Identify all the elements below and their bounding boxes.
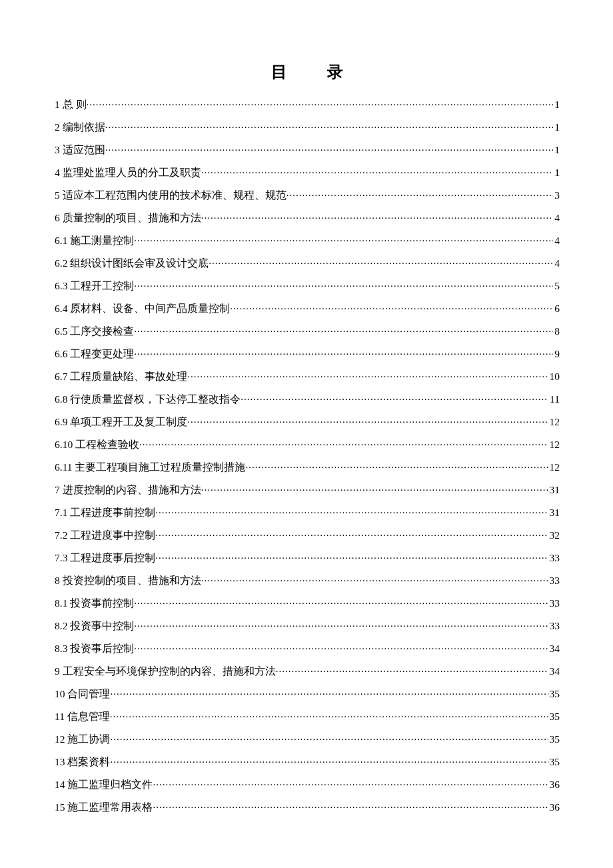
toc-entry: 7.1 工程进度事前控制31 (55, 505, 560, 517)
toc-dots (139, 437, 548, 448)
toc-entry-page: 4 (553, 213, 560, 223)
toc-entry-label: 5 适应本工程范围内使用的技术标准、规程、规范 (55, 190, 287, 201)
toc-entry-label: 7.2 工程进度事中控制 (55, 530, 155, 541)
toc-entry-page: 11 (548, 394, 560, 405)
toc-entry: 6.10 工程检查验收12 (55, 437, 560, 449)
toc-dots (87, 97, 554, 108)
toc-dots (134, 596, 548, 607)
toc-dots (287, 188, 554, 199)
toc-entry-page: 35 (548, 757, 560, 767)
toc-title: 目录 (55, 61, 560, 83)
document-page: 目录 1 总 则1 2 编制依据1 3 适应范围1 4 监理处监理人员的分工及职… (0, 0, 613, 812)
toc-entry-page: 34 (548, 643, 560, 654)
toc-entry: 1 总 则1 (55, 97, 560, 109)
toc-entry-label: 14 施工监理归档文件 (55, 779, 153, 790)
toc-list: 1 总 则1 2 编制依据1 3 适应范围1 4 监理处监理人员的分工及职责1 … (55, 97, 560, 812)
toc-entry-label: 6.5 工序交接检查 (55, 326, 134, 337)
toc-entry: 12 施工协调35 (55, 732, 560, 744)
toc-entry: 14 施工监理归档文件36 (55, 777, 560, 789)
toc-entry-page: 33 (548, 621, 560, 631)
toc-entry-label: 6.8 行使质量监督权，下达停工整改指令 (55, 394, 241, 405)
toc-dots (153, 800, 548, 811)
toc-dots (153, 777, 548, 788)
toc-entry: 6.4 原材料、设备、中间产品质量控制6 (55, 301, 560, 313)
toc-entry-label: 8.2 投资事中控制 (55, 621, 134, 631)
toc-entry: 8.2 投资事中控制33 (55, 619, 560, 631)
toc-dots (110, 687, 548, 697)
toc-dots (155, 528, 548, 539)
toc-entry: 10 合同管理35 (55, 687, 560, 699)
toc-dots (134, 324, 553, 335)
toc-entry-page: 34 (548, 666, 560, 677)
toc-entry: 6.6 工程变更处理9 (55, 347, 560, 359)
toc-entry: 4 监理处监理人员的分工及职责1 (55, 165, 560, 177)
toc-entry: 8.1 投资事前控制33 (55, 596, 560, 608)
toc-entry: 6.3 工程开工控制5 (55, 279, 560, 291)
toc-entry: 8.3 投资事后控制34 (55, 641, 560, 653)
toc-dots (201, 165, 554, 176)
toc-entry: 6.5 工序交接检查8 (55, 324, 560, 336)
toc-entry: 6.9 单项工程开工及复工制度12 (55, 415, 560, 427)
toc-dots (155, 505, 548, 516)
toc-entry: 6.8 行使质量监督权，下达停工整改指令11 (55, 392, 560, 404)
toc-entry-page: 35 (548, 711, 560, 722)
toc-entry-label: 8.1 投资事前控制 (55, 598, 134, 609)
toc-entry-page: 1 (553, 99, 560, 110)
toc-dots (134, 279, 553, 289)
toc-entry-page: 1 (553, 145, 560, 155)
toc-dots (241, 392, 548, 403)
toc-entry-label: 4 监理处监理人员的分工及职责 (55, 167, 201, 178)
toc-entry-page: 10 (548, 371, 560, 382)
toc-entry-page: 5 (553, 281, 560, 291)
toc-entry-label: 6.6 工程变更处理 (55, 349, 134, 359)
toc-entry-page: 4 (553, 258, 560, 269)
toc-entry: 15 施工监理常用表格36 (55, 800, 560, 812)
toc-dots (201, 483, 548, 493)
toc-entry-page: 12 (548, 439, 560, 450)
toc-entry: 6.1 施工测量控制4 (55, 233, 560, 245)
toc-dots (134, 347, 553, 357)
toc-dots (201, 573, 548, 584)
toc-entry: 6.7 工程质量缺陷、事故处理10 (55, 369, 560, 381)
toc-entry: 7 进度控制的内容、措施和方法31 (55, 483, 560, 495)
toc-entry-label: 15 施工监理常用表格 (55, 802, 153, 813)
toc-entry: 6.11 主要工程项目施工过程质量控制措施12 (55, 460, 560, 472)
toc-entry-label: 2 编制依据 (55, 122, 105, 133)
toc-entry-label: 3 适应范围 (55, 145, 105, 155)
toc-entry-label: 6.9 单项工程开工及复工制度 (55, 417, 187, 427)
toc-entry-label: 10 合同管理 (55, 689, 110, 699)
toc-dots (110, 709, 548, 720)
toc-entry-page: 6 (553, 303, 560, 314)
toc-entry-label: 6.4 原材料、设备、中间产品质量控制 (55, 303, 230, 314)
toc-dots (155, 551, 548, 561)
toc-dots (187, 369, 548, 380)
toc-entry-page: 8 (553, 326, 560, 337)
toc-entry: 7.3 工程进度事后控制33 (55, 551, 560, 563)
toc-entry-label: 9 工程安全与环境保护控制的内容、措施和方法 (55, 666, 276, 677)
toc-dots (276, 664, 548, 675)
toc-entry-label: 7.3 工程进度事后控制 (55, 553, 155, 563)
toc-dots (105, 143, 554, 153)
toc-entry-page: 1 (553, 167, 560, 178)
toc-entry-page: 1 (553, 122, 560, 133)
toc-entry-page: 12 (548, 462, 560, 473)
toc-entry-page: 36 (548, 802, 560, 813)
toc-entry-page: 31 (548, 507, 560, 518)
toc-entry-label: 6.1 施工测量控制 (55, 235, 134, 246)
toc-dots (201, 211, 554, 221)
toc-entry-page: 33 (548, 575, 560, 586)
toc-entry-label: 6.10 工程检查验收 (55, 439, 139, 450)
toc-dots (110, 732, 548, 743)
toc-entry: 7.2 工程进度事中控制32 (55, 528, 560, 540)
toc-entry-label: 13 档案资料 (55, 757, 110, 767)
toc-entry-label: 6.3 工程开工控制 (55, 281, 134, 291)
toc-dots (134, 233, 553, 244)
toc-entry-label: 11 信息管理 (55, 711, 110, 722)
toc-entry-page: 33 (548, 553, 560, 563)
toc-entry: 6 质量控制的项目、措施和方法4 (55, 211, 560, 223)
toc-entry-label: 7.1 工程进度事前控制 (55, 507, 155, 518)
toc-entry-page: 3 (553, 190, 560, 201)
toc-entry-label: 12 施工协调 (55, 734, 110, 745)
toc-entry-label: 7 进度控制的内容、措施和方法 (55, 485, 201, 495)
toc-entry-label: 6.7 工程质量缺陷、事故处理 (55, 371, 187, 382)
